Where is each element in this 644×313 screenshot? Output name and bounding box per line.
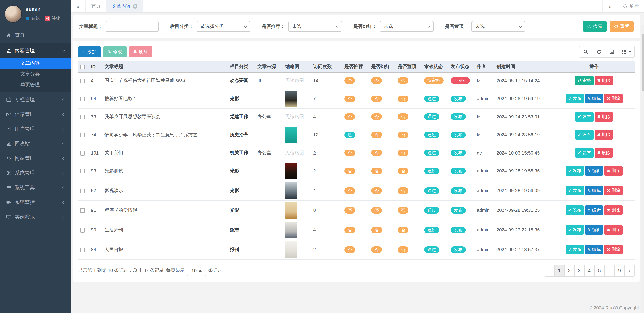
delete-row-button[interactable]: ✖删除 (594, 148, 613, 158)
delete-row-button[interactable]: ✖删除 (594, 112, 613, 121)
publish-row-button[interactable]: ✔发布 (566, 245, 584, 254)
row-checkbox[interactable] (80, 169, 85, 174)
delete-row-button[interactable]: ✖删除 (604, 225, 622, 235)
publish-row-button[interactable]: ✔发布 (566, 186, 584, 195)
edit-row-button[interactable]: ✎编辑 (585, 245, 603, 254)
page-button-3[interactable]: 3 (574, 265, 584, 276)
row-checkbox[interactable] (80, 248, 85, 252)
sidebar-item-home[interactable]: 首页 (0, 27, 70, 43)
sidebar-item-monitor[interactable]: 系统监控 (0, 195, 70, 210)
select-all-checkbox[interactable] (80, 64, 85, 69)
row-checkbox[interactable] (80, 228, 85, 233)
search-button[interactable]: 搜索 (583, 21, 607, 32)
delete-row-button[interactable]: ✖删除 (604, 166, 622, 176)
category-select[interactable]: 请选择分类 (196, 21, 250, 32)
page-button-4[interactable]: 4 (584, 265, 594, 276)
row-checkbox[interactable] (80, 79, 85, 83)
tab-home[interactable]: 首页 (86, 0, 106, 12)
add-button[interactable]: + 添加 (78, 46, 101, 57)
row-checkbox[interactable] (80, 189, 85, 193)
logout-link[interactable]: 注销 (52, 15, 60, 21)
modify-button[interactable]: ✎ 修改 (103, 46, 127, 57)
page-button-5[interactable]: 5 (594, 265, 604, 276)
chevron-left-icon (62, 98, 65, 101)
chevron-down-icon (336, 25, 339, 28)
column-header: 作者 (475, 61, 494, 72)
columns-button[interactable] (618, 46, 634, 57)
sidebar-item-tools[interactable]: 系统工具 (0, 180, 70, 195)
search-button-label: 搜索 (593, 23, 602, 30)
cell-actions: ⇄审核✖删除 (554, 72, 635, 89)
sidebar-subitem-single-page[interactable]: 单页管理 (0, 79, 70, 90)
publish-row-button[interactable]: ✔发布 (575, 130, 594, 139)
cell-category: 光影 (228, 161, 255, 181)
publish-row-button[interactable]: ✔发布 (566, 166, 584, 176)
row-checkbox[interactable] (80, 151, 85, 155)
row-checkbox[interactable] (80, 208, 85, 213)
delete-button[interactable]: ✖ 删除 (129, 46, 152, 57)
recommend-select[interactable]: 未选 (288, 21, 342, 32)
refresh-table-button[interactable] (592, 46, 605, 57)
slide-select[interactable]: 未选 (380, 21, 434, 32)
cell-id: 94 (89, 89, 102, 108)
tabs-scroll-right-icon[interactable]: » (602, 0, 618, 12)
delete-icon: ✖ (597, 114, 601, 119)
publish-row-button[interactable]: ✔发布 (575, 148, 594, 158)
prev-page-button[interactable]: ‹ (544, 265, 554, 276)
reset-button[interactable]: 重置 (610, 21, 634, 32)
delete-row-button[interactable]: ✖删除 (604, 94, 622, 103)
sidebar-item-mailbox[interactable]: 信箱管理 (0, 107, 70, 122)
edit-row-button[interactable]: ✎编辑 (585, 94, 603, 103)
tabs-scroll-left-icon[interactable]: « (70, 0, 86, 12)
row-checkbox[interactable] (80, 115, 85, 119)
page-refresh-button[interactable]: 刷新 (618, 0, 644, 12)
delete-row-button[interactable]: ✖删除 (604, 245, 622, 254)
cell-thumbnail: 无缩略图 (283, 108, 311, 125)
sidebar-item-content[interactable]: 内容管理 (0, 43, 70, 58)
publish-row-button[interactable]: ✔发布 (566, 94, 584, 103)
sidebar-item-system[interactable]: 系统管理 (0, 166, 70, 180)
publish-row-button[interactable]: ✔发布 (575, 112, 594, 121)
row-checkbox[interactable] (80, 133, 85, 137)
sidebar-item-recycle[interactable]: 回收站 (0, 136, 70, 151)
top-select-value: 未选 (476, 24, 485, 29)
delete-row-button[interactable]: ✖删除 (594, 76, 613, 85)
tab-article-content[interactable]: 文章内容 × (106, 0, 143, 12)
sidebar-item-demo[interactable]: 实例演示 (0, 210, 70, 224)
detail-view-button[interactable] (605, 46, 618, 57)
status-badge: 通过 (424, 187, 439, 194)
page-button-1[interactable]: 1 (554, 265, 564, 276)
page-button-9[interactable]: 9 (614, 265, 624, 276)
tab-close-icon[interactable]: × (133, 4, 138, 8)
sidebar-item-column[interactable]: 专栏管理 (0, 92, 70, 107)
edit-row-button[interactable]: ✎编辑 (585, 205, 603, 215)
sidebar-subitem-article-content[interactable]: 文章内容 (0, 58, 70, 69)
next-page-button[interactable]: › (624, 265, 634, 276)
delete-row-button[interactable]: ✖删除 (604, 205, 622, 215)
audit-row-button[interactable]: ⇄审核 (575, 76, 594, 85)
sidebar-item-website[interactable]: 网站管理 (0, 151, 70, 166)
article-title-input[interactable] (106, 21, 158, 32)
top-select[interactable]: 未选 (472, 21, 525, 32)
status-badge: 否 (371, 95, 382, 102)
publish-row-button[interactable]: ✔发布 (566, 205, 584, 215)
scrollbar-thumb[interactable] (642, 34, 644, 91)
cell-author: admin (475, 200, 494, 220)
sidebar-item-user[interactable]: 用户管理 (0, 122, 70, 136)
edit-row-button[interactable]: ✎编辑 (585, 186, 603, 195)
page-size-select[interactable]: 10 (187, 265, 206, 276)
cell-thumbnail (283, 181, 311, 200)
delete-row-button[interactable]: ✖删除 (594, 130, 613, 139)
publish-row-button[interactable]: ✔发布 (566, 225, 584, 235)
scrollbar[interactable] (642, 25, 644, 313)
user-name: admin (26, 6, 60, 12)
delete-row-button[interactable]: ✖删除 (604, 186, 622, 195)
edit-row-button[interactable]: ✎编辑 (585, 225, 603, 235)
page-button-2[interactable]: 2 (564, 265, 574, 276)
show-search-button[interactable] (579, 46, 592, 57)
cell-audit: 通过 (422, 200, 448, 220)
chevron-left-icon (62, 201, 65, 204)
sidebar-subitem-article-category[interactable]: 文章分类 (0, 69, 70, 79)
row-checkbox[interactable] (80, 97, 85, 101)
edit-row-button[interactable]: ✎编辑 (585, 166, 603, 176)
